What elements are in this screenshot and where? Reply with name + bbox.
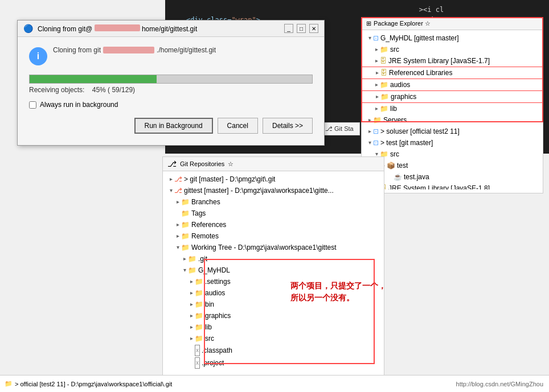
git-gittest-label: gittest [master] - D:\pmgz\java\workspac… [184, 185, 334, 196]
pkg-item-servers[interactable]: 📁 Servers [362, 114, 543, 126]
checkbox-row[interactable]: Always run in background [29, 101, 313, 109]
arrow-lib[interactable] [373, 104, 380, 114]
pkg-testjava-label: test.java [404, 172, 429, 182]
pkg-jre17-label: JRE System Library [JavaSE-1.7] [388, 56, 490, 66]
git-sta-label: Git Sta [334, 125, 354, 132]
arrow-working-tree[interactable] [174, 242, 181, 253]
arrow-audios[interactable] [373, 80, 380, 90]
folder-audios-git: 📁 [195, 288, 203, 298]
pkg-item-lib[interactable]: 📁 lib [362, 103, 543, 114]
arrow-dotgit[interactable] [181, 254, 188, 264]
git-repos-panel: ⎇ Git Repositories ☆ ⎇ > git [master] - … [162, 156, 384, 392]
working-tree-label: Working Tree - D:\pmgz\java\workspace1\g… [191, 242, 337, 253]
arrow-src[interactable] [373, 44, 380, 55]
dialog-title-suffix: home/git/gittest.git [142, 25, 197, 33]
minimize-button[interactable]: _ [284, 24, 293, 33]
folder-icon-lib: 📁 [380, 104, 388, 114]
arrow-lib-git[interactable] [188, 322, 195, 332]
folder-graphics-git: 📁 [195, 311, 203, 321]
git-item-remotes[interactable]: 📁 Remotes [163, 230, 384, 242]
folder-remotes: 📁 [181, 231, 190, 241]
pkg-item-reflibs[interactable]: 🗄 Referenced Libraries [362, 67, 543, 79]
git-repos-tab-marker: ☆ [228, 160, 233, 168]
pkg-item-test[interactable]: ⊡ > test [git master] [362, 137, 543, 148]
git-item-references[interactable]: 📁 References [163, 219, 384, 230]
git-item-src-git[interactable]: 📁 src [163, 333, 384, 344]
run-background-button[interactable]: Run in Background [134, 118, 213, 134]
clone-info-row: i Cloning from git ./home/git/gittest.gi… [29, 46, 313, 65]
git-item-dotgit[interactable]: 📁 .git [163, 253, 384, 265]
dotgit-label: .git [198, 254, 207, 264]
pkg-item-graphics[interactable]: 📁 graphics [362, 90, 543, 103]
arrow-graphics-git[interactable] [188, 311, 195, 321]
arrow-reflibs[interactable] [374, 68, 380, 78]
progress-bar-bg [29, 75, 313, 84]
close-button[interactable]: ✕ [309, 24, 318, 33]
pkg-lib-label: lib [390, 104, 397, 114]
arrow-remotes[interactable] [174, 231, 181, 241]
jre-icon: 🗄 [380, 56, 387, 66]
git-item-lib-git[interactable]: 📁 lib [163, 321, 384, 333]
eclipse-icon: 🔵 [23, 24, 33, 33]
watermark-text: http://blog.csdn.net/GMingZhou [456, 381, 543, 387]
pkg-item-src[interactable]: 📁 src [362, 44, 543, 55]
folder-settings: 📁 [195, 277, 203, 287]
src-git-label: src [205, 333, 214, 344]
git-item-working-tree[interactable]: 📁 Working Tree - D:\pmgz\java\workspace1… [163, 242, 384, 253]
folder-references: 📁 [181, 220, 190, 230]
pkg-reflibs-label: Referenced Libraries [389, 68, 452, 78]
pkg-explorer-titlebar: ⊞ Package Explorer ☆ [362, 18, 543, 30]
arrow-g-myhdl[interactable] [366, 33, 373, 43]
arrow-soluser[interactable] [366, 126, 373, 137]
bottom-label: > official [test2 11] - D:\pmgz\java\wor… [15, 381, 172, 387]
pkg-item-test-pkg[interactable]: 📦 test [362, 160, 543, 171]
dialog-title-text: Cloning from git@ home/git/gittest.git [38, 24, 197, 33]
details-button[interactable]: Details >> [263, 118, 313, 134]
arrow-settings[interactable] [188, 277, 195, 287]
arrow-src-git[interactable] [188, 333, 195, 344]
dialog-controls[interactable]: _ □ ✕ [284, 24, 318, 33]
arrow-jre17[interactable] [373, 56, 380, 66]
cancel-button[interactable]: Cancel [218, 118, 258, 134]
git-item-tags[interactable]: 📁 Tags [163, 208, 384, 219]
arrow-test[interactable] [366, 138, 373, 148]
graphics-git-label: graphics [205, 311, 231, 321]
folder-branches: 📁 [181, 197, 190, 207]
git-item-project[interactable]: x .project [163, 357, 384, 369]
git-item-gmyhdl[interactable]: 📁 G_MyHDL [163, 265, 384, 276]
pkg-audios-label: audios [390, 80, 410, 90]
arrow-audios-git[interactable] [188, 288, 195, 298]
git-item-graphics[interactable]: 📁 graphics [163, 310, 384, 321]
dialog-body: i Cloning from git ./home/git/gittest.gi… [18, 37, 324, 145]
git-item-gittest[interactable]: ⎇ gittest [master] - D:\pmgz\java\worksp… [163, 185, 384, 196]
project-icon-soluser: ⊡ [373, 126, 379, 137]
pkg-item-audios[interactable]: 📁 audios [362, 79, 543, 90]
pkg-item-jre18[interactable]: 🗄 JRE System Library [JavaSE-1.8] [362, 183, 543, 189]
arrow-branches[interactable] [174, 197, 181, 207]
arrow-gmyhdl[interactable] [181, 265, 188, 275]
pkg-item-test-src[interactable]: 📁 src [362, 148, 543, 160]
arrow-graphics[interactable] [374, 92, 380, 102]
maximize-button[interactable]: □ [297, 24, 306, 33]
pkg-item-soluser[interactable]: ⊡ > soluser [official test2 11] [362, 126, 543, 137]
pkg-item-g-myhdl[interactable]: ⊡ G_MyHDL [gittest master] [362, 32, 543, 44]
git-repos-titlebar: ⎇ Git Repositories ☆ [163, 157, 384, 171]
pkg-item-testjava[interactable]: ☕ test.java [362, 171, 543, 183]
always-background-checkbox[interactable] [29, 101, 36, 109]
arrow-references[interactable] [174, 220, 181, 230]
folder-bin: 📁 [195, 299, 203, 310]
gmyhdl-label: G_MyHDL [198, 265, 230, 275]
pkg-test-pkg-label: test [397, 160, 408, 171]
git-item-branches[interactable]: 📁 Branches [163, 196, 384, 208]
branches-label: Branches [191, 197, 220, 207]
remotes-label: Remotes [191, 231, 219, 241]
git-item-classpath[interactable]: x .classpath [163, 344, 384, 357]
arrow-git[interactable] [167, 174, 174, 184]
git-item-git-master[interactable]: ⎇ > git [master] - D:\pmgz\git\.git [163, 174, 384, 185]
project-label: .project [202, 358, 224, 368]
arrow-servers[interactable] [366, 115, 373, 125]
arrow-bin[interactable] [188, 299, 195, 310]
pkg-item-jre17[interactable]: 🗄 JRE System Library [JavaSE-1.7] [362, 55, 543, 67]
arrow-gittest[interactable] [167, 185, 174, 196]
folder-working-tree: 📁 [181, 242, 190, 253]
